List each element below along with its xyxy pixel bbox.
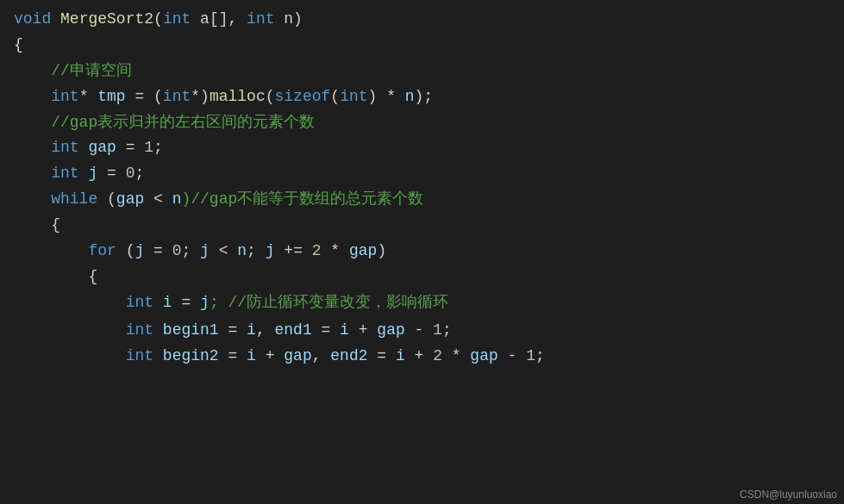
token: MergeSort2 — [60, 10, 153, 28]
watermark: CSDN@luyunluoxiao — [740, 488, 837, 501]
token: n) — [275, 10, 303, 28]
token: < — [209, 242, 237, 259]
token: i — [396, 347, 405, 364]
line-content: { — [0, 214, 60, 238]
token: 1 — [433, 321, 442, 339]
line-content: int j = 0; — [0, 162, 144, 186]
token: += — [275, 242, 312, 259]
token: gap — [284, 347, 311, 364]
code-line: int begin1 = i, end1 = i + gap - 1; — [0, 318, 844, 344]
token: ) — [377, 242, 386, 259]
token: ); — [415, 88, 434, 105]
token: 2 — [312, 242, 322, 259]
token: + — [349, 321, 377, 339]
token — [79, 165, 89, 182]
token: = — [116, 139, 144, 156]
token: { — [51, 216, 60, 233]
token: ; — [442, 321, 452, 339]
token: gap — [377, 321, 404, 339]
code-line: for (j = 0; j < n; j += 2 * gap) — [0, 239, 844, 264]
token — [153, 347, 163, 364]
code-lines: void MergeSort2(int a[], int n){ //申请空间 … — [0, 7, 844, 369]
token: i — [247, 347, 256, 364]
line-content: { — [0, 34, 23, 58]
code-line: int j = 0; — [0, 161, 844, 187]
token: gap — [470, 347, 497, 364]
token: begin1 — [163, 321, 219, 339]
token: //申请空间 — [51, 62, 132, 79]
token: - — [498, 347, 526, 364]
code-line: int begin2 = i + gap, end2 = i + 2 * gap… — [0, 344, 844, 370]
token: end2 — [330, 347, 367, 364]
token: i — [163, 294, 172, 311]
token: * — [442, 347, 470, 364]
token: = — [144, 242, 172, 259]
token: ( — [153, 10, 163, 28]
token: { — [88, 268, 97, 285]
token: //gap表示归并的左右区间的元素个数 — [51, 114, 315, 131]
token: *) — [191, 88, 209, 105]
token: for — [88, 242, 116, 259]
token: int — [126, 294, 153, 311]
code-line: int i = j; //防止循环变量改变，影响循环 — [0, 290, 844, 316]
token: int — [163, 10, 191, 28]
token: void — [14, 10, 51, 28]
token — [79, 139, 89, 156]
token: int — [51, 165, 78, 182]
token: tmp — [97, 88, 125, 105]
token: 1 — [526, 347, 535, 364]
token: ; — [247, 242, 266, 259]
token: 0 — [172, 242, 182, 259]
token: int — [126, 321, 153, 339]
token: - — [405, 321, 433, 339]
line-content: //申请空间 — [0, 59, 132, 84]
token: j — [200, 242, 209, 259]
token: ) * — [368, 88, 405, 105]
token: int — [163, 88, 191, 105]
token: + — [405, 347, 433, 364]
token: = — [312, 321, 340, 339]
token: { — [14, 36, 23, 53]
token: ; — [153, 139, 163, 156]
token: i — [247, 321, 256, 339]
token: ( — [97, 190, 116, 208]
token: ( — [116, 242, 135, 259]
code-line: //申请空间 — [0, 59, 844, 84]
token: int — [247, 10, 274, 28]
token: = — [368, 347, 396, 364]
token: while — [51, 190, 97, 208]
line-content: int begin1 = i, end1 = i + gap - 1; — [0, 319, 452, 343]
token: j — [88, 165, 97, 182]
code-line: int gap = 1; — [0, 135, 844, 161]
token: ; //防止循环变量改变，影响循环 — [209, 294, 448, 311]
token: gap — [88, 139, 116, 156]
token: ( — [266, 88, 275, 105]
token: j — [200, 294, 209, 311]
token: n — [172, 190, 182, 208]
line-content: { — [0, 265, 97, 289]
line-content: //gap表示归并的左右区间的元素个数 — [0, 111, 315, 135]
token: )//gap不能等于数组的总元素个数 — [181, 190, 423, 208]
token: < — [144, 190, 172, 208]
token: = — [97, 165, 125, 182]
token: , — [312, 347, 331, 364]
token: begin2 — [163, 347, 219, 364]
token: end1 — [274, 321, 311, 339]
token: j — [266, 242, 275, 259]
token: malloc — [209, 88, 266, 105]
line-content: for (j = 0; j < n; j += 2 * gap) — [0, 240, 386, 264]
token — [153, 294, 163, 311]
token: , — [256, 321, 275, 339]
code-line: { — [0, 213, 844, 239]
token: 1 — [144, 139, 153, 156]
token: sizeof — [275, 88, 331, 105]
code-line: void MergeSort2(int a[], int n) — [0, 7, 844, 33]
token: 2 — [433, 347, 442, 364]
token — [51, 10, 60, 28]
code-container: void MergeSort2(int a[], int n){ //申请空间 … — [0, 0, 844, 504]
code-line: //gap表示归并的左右区间的元素个数 — [0, 110, 844, 136]
line-content: while (gap < n)//gap不能等于数组的总元素个数 — [0, 188, 423, 212]
token: = — [219, 347, 247, 364]
token: 0 — [126, 165, 135, 182]
token: + — [256, 347, 284, 364]
